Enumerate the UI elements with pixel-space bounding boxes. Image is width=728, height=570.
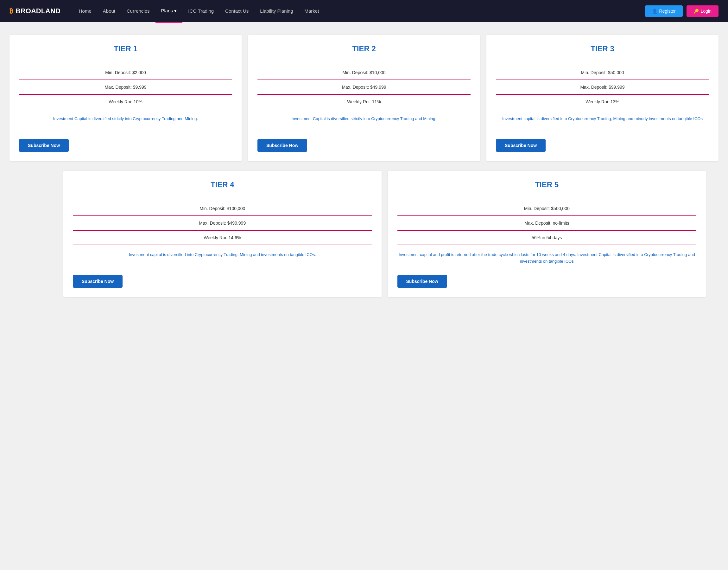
tier-4-min-deposit: Min. Deposit: $100,000 [73, 202, 372, 216]
tier-4-weekly-roi: Weekly Roi: 14.6% [73, 231, 372, 245]
nav-contact-us[interactable]: Contact Us [219, 0, 254, 22]
nav-ico-trading[interactable]: ICO Trading [182, 0, 219, 22]
tier-5-weekly-roi: 56% in 54 days [398, 231, 697, 245]
brand-logo[interactable]: ₿ BROADLAND [9, 7, 60, 15]
tier-3-subscribe-button[interactable]: Subscribe Now [496, 139, 546, 152]
tier-5-title: TIER 5 [398, 180, 697, 189]
tier-4-card: TIER 4 Min. Deposit: $100,000 Max. Depos… [63, 171, 382, 297]
brand-name: BROADLAND [16, 7, 60, 15]
tier-2-description: Investment Capital is diversified strict… [257, 116, 471, 131]
tier-2-divider [257, 59, 471, 59]
tier-4-subscribe-button[interactable]: Subscribe Now [73, 275, 122, 288]
tier-1-max-deposit: Max. Deposit: $9,999 [19, 80, 232, 95]
tier-3-divider [496, 59, 709, 59]
tier-2-min-deposit: Min. Deposit: $10,000 [257, 66, 471, 80]
tier-3-weekly-roi: Weekly Roi: 13% [496, 95, 709, 109]
tier-5-divider [398, 195, 697, 195]
tier-3-card: TIER 3 Min. Deposit: $50,000 Max. Deposi… [486, 35, 719, 161]
tier-1-divider [19, 59, 232, 59]
tier-5-max-deposit: Max. Deposit: no-limits [398, 216, 697, 231]
nav-about[interactable]: About [97, 0, 121, 22]
tier-3-title: TIER 3 [496, 44, 709, 53]
tier-2-card: TIER 2 Min. Deposit: $10,000 Max. Deposi… [248, 35, 480, 161]
tier-2-max-deposit: Max. Deposit: $49,999 [257, 80, 471, 95]
login-button[interactable]: 🔑 Login [687, 5, 719, 17]
tier-4-description: Investment capital is diversified into C… [73, 252, 372, 267]
tier-2-weekly-roi: Weekly Roi: 11% [257, 95, 471, 109]
tier-3-description: Investment capital is diversified into C… [496, 116, 709, 131]
tier-3-min-deposit: Min. Deposit: $50,000 [496, 66, 709, 80]
tier-4-max-deposit: Max. Deposit: $499,999 [73, 216, 372, 231]
tier-5-min-deposit: Min. Deposit: $500,000 [398, 202, 697, 216]
main-content: TIER 1 Min. Deposit: $2,000 Max. Deposit… [0, 22, 728, 310]
tier-1-title: TIER 1 [19, 44, 232, 53]
nav-plans[interactable]: Plans ▾ [155, 0, 183, 23]
tier-1-min-deposit: Min. Deposit: $2,000 [19, 66, 232, 80]
tier-1-description: Investment Capital is diversified strict… [19, 116, 232, 131]
tier-4-divider [73, 195, 372, 195]
register-icon: 👤 [652, 9, 657, 14]
tier-5-card: TIER 5 Min. Deposit: $500,000 Max. Depos… [388, 171, 706, 297]
tier-4-title: TIER 4 [73, 180, 372, 189]
login-icon: 🔑 [693, 9, 699, 14]
tier-row-1: TIER 1 Min. Deposit: $2,000 Max. Deposit… [9, 35, 719, 161]
btc-icon: ₿ [9, 7, 13, 15]
tier-1-subscribe-button[interactable]: Subscribe Now [19, 139, 69, 152]
navbar: ₿ BROADLAND Home About Currencies Plans … [0, 0, 728, 22]
tier-1-weekly-roi: Weekly Roi: 10% [19, 95, 232, 109]
tier-5-subscribe-button[interactable]: Subscribe Now [398, 275, 447, 288]
tier-1-card: TIER 1 Min. Deposit: $2,000 Max. Deposit… [9, 35, 242, 161]
register-button[interactable]: 👤 Register [645, 5, 683, 17]
tier-row-2: TIER 4 Min. Deposit: $100,000 Max. Depos… [63, 171, 706, 297]
nav-home[interactable]: Home [73, 0, 97, 22]
nav-currencies[interactable]: Currencies [121, 0, 155, 22]
tier-2-title: TIER 2 [257, 44, 471, 53]
tier-2-subscribe-button[interactable]: Subscribe Now [257, 139, 307, 152]
tier-3-max-deposit: Max. Deposit: $99,999 [496, 80, 709, 95]
nav-market[interactable]: Market [299, 0, 325, 22]
nav-liability-planing[interactable]: Liability Planing [254, 0, 298, 22]
nav-links: Home About Currencies Plans ▾ ICO Tradin… [73, 0, 645, 23]
nav-right: 👤 Register 🔑 Login [645, 5, 719, 17]
tier-5-description: Investment capital and profit is returne… [398, 252, 697, 267]
